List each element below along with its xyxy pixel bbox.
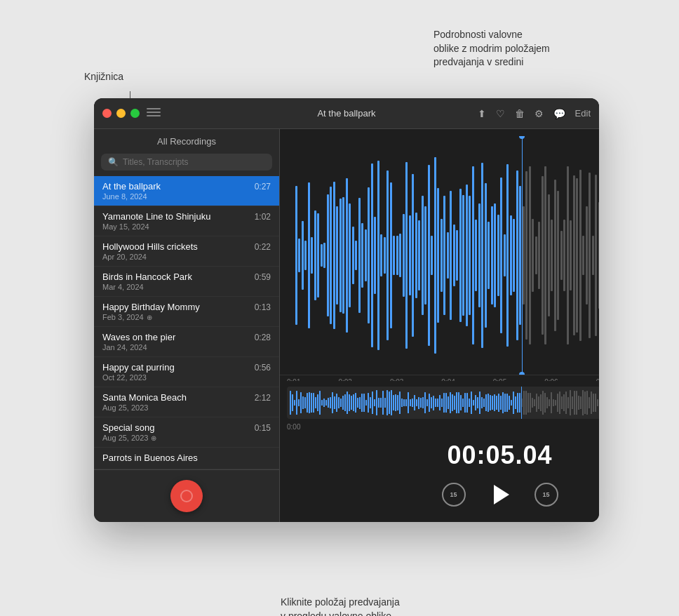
recording-item[interactable]: Yamanote Line to Shinjuku1:02May 15, 202… [94,206,279,236]
mini-waveform-bar [315,397,316,408]
mini-waveform-bar [422,397,424,408]
waveform-bar [295,186,297,325]
mini-waveform-bar [523,391,525,415]
recording-date: Feb 3, 2024 ⊕ [102,313,271,321]
mini-waveform-bar [376,390,377,415]
main-waveform-container[interactable]: 0:010:020:030:040:050:060:070:080:09 [280,129,599,381]
mini-waveform-bar [300,392,302,413]
mini-waveform-bar [450,392,451,413]
mini-waveform-container[interactable] [280,381,599,422]
mini-waveform-bar [323,399,325,408]
recording-item[interactable]: Waves on the pier0:28Jan 24, 2024 [94,327,279,357]
mini-waveform-bar [441,399,443,407]
waveform-bar [592,236,594,275]
waveform-bar [405,162,408,348]
search-input[interactable] [123,157,265,167]
mini-waveform-bar [517,393,518,413]
play-button[interactable] [485,480,515,509]
skip-forward-button[interactable]: 15 [535,483,558,507]
mini-waveform-bar [328,398,329,408]
waveform-bar [323,243,325,269]
transcript-icon[interactable]: 💬 [553,108,565,119]
waveform-bar [399,234,401,277]
sidebar-toggle-button[interactable] [147,108,161,119]
mini-waveform-bar [426,399,428,407]
main-waveform-canvas[interactable] [280,136,599,375]
mini-waveform-bar [319,391,321,414]
mini-playhead [521,387,523,419]
annotation-waveform: Podrobnosti valovne oblike z modrim polo… [433,28,644,69]
mini-waveform[interactable] [287,387,599,419]
share-icon[interactable]: ⬆ [478,108,486,119]
recording-item[interactable]: Santa Monica Beach2:12Aug 25, 2023 [94,387,279,417]
mini-waveform-bar [384,398,386,407]
waveform-bar [478,203,480,308]
mini-waveform-bar [412,399,413,407]
recording-item[interactable]: At the ballpark0:27June 8, 2024 [94,176,279,206]
mini-waveform-bar [386,390,388,415]
waveform-bar [390,182,392,328]
mini-waveform-bar [580,396,581,410]
recording-item[interactable]: Happy cat purring0:56Oct 22, 2023 [94,357,279,387]
mini-waveform-bar [304,397,306,408]
recording-date: May 15, 2024 [102,222,271,231]
skip-back-button[interactable]: 15 [442,483,466,507]
mini-waveform-bar [479,391,480,413]
mini-waveform-bar [317,394,318,411]
recording-name: Hollywood Hills crickets [102,241,198,252]
mini-waveform-bar [462,399,464,408]
waveform-bar [519,186,521,325]
minimize-button[interactable] [116,109,126,118]
mini-waveform-bar [330,397,331,408]
mini-waveform-bar [597,399,598,407]
mini-waveform-bar [296,391,297,415]
recording-name: Santa Monica Beach [102,392,187,403]
recording-item[interactable]: Special song0:15Aug 25, 2023 ⊕ [94,417,279,448]
recording-duration: 0:15 [255,423,271,433]
waveform-bar [466,185,468,326]
edit-button[interactable]: Edit [575,108,591,119]
waveform-bar [548,194,550,317]
title-bar-actions: ⬆ ♡ 🗑 ⚙ 💬 Edit [478,108,591,119]
recording-item[interactable]: Hollywood Hills crickets0:22Apr 20, 2024 [94,236,279,267]
search-icon: 🔍 [108,157,119,167]
recording-item[interactable]: Birds in Hancock Park0:59Mar 4, 2024 [94,267,279,297]
waveform-bar [355,241,357,269]
adjust-icon[interactable]: ⚙ [535,108,544,119]
waveform-bar [424,206,426,304]
mini-waveform-bar [416,399,417,406]
waveform-bar [422,196,424,314]
maximize-button[interactable] [130,109,140,118]
waveform-bar [567,166,569,344]
recording-list: At the ballpark0:27June 8, 2024Yamanote … [94,176,279,469]
waveform-bar [327,194,329,316]
mini-waveform-bar [563,394,565,411]
app-window: At the ballpark ⬆ ♡ 🗑 ⚙ 💬 Edit All Recor… [94,98,599,522]
trash-icon[interactable]: 🗑 [515,108,525,119]
heart-icon[interactable]: ♡ [496,108,505,119]
mini-waveform-bar [485,394,487,410]
waveform-bar [560,231,563,279]
sidebar-header: All Recordings [94,129,279,151]
mini-waveform-bar [399,391,401,413]
recording-item[interactable]: Parrots in Buenos Aires [94,448,279,469]
waveform-bar [396,236,398,275]
mini-waveform-bar [410,399,411,406]
recording-name: Happy cat purring [102,362,175,373]
mini-waveform-bar [544,393,546,413]
mini-waveform-bar [433,396,434,410]
recording-item[interactable]: Happy Birthday Mommy0:13Feb 3, 2024 ⊕ [94,297,279,327]
record-button[interactable] [170,480,203,512]
mini-waveform-bar [490,395,491,410]
close-button[interactable] [102,109,112,118]
mini-waveform-bar [437,399,438,406]
mini-waveform-bar [454,396,455,410]
search-bar[interactable]: 🔍 [101,154,272,170]
mini-waveform-bar [555,400,556,406]
waveform-bar [494,203,496,308]
mini-waveform-bar [408,392,409,413]
waveform-bar [462,195,464,316]
mini-waveform-bar [532,398,533,408]
mini-waveform-bar [420,398,422,408]
waveform-bar [349,203,351,307]
